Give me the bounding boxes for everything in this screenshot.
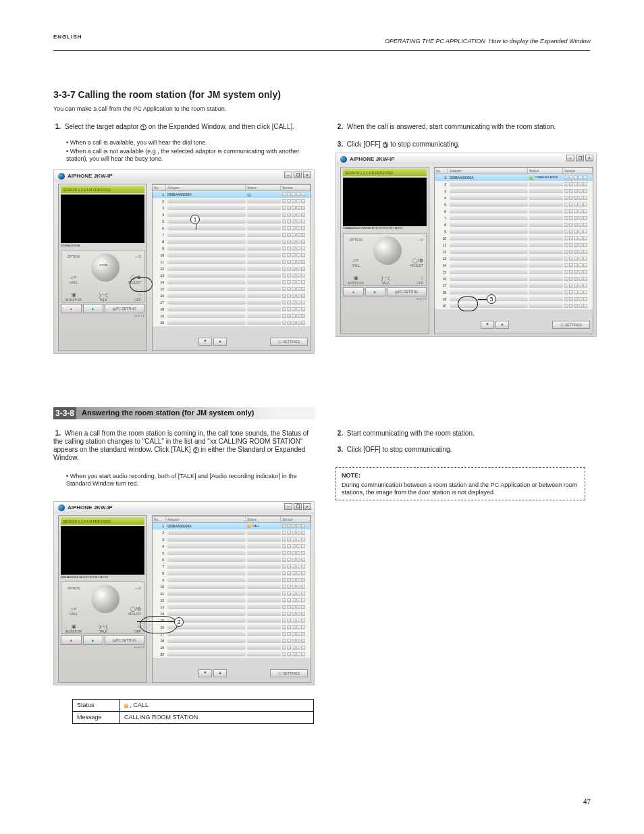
list-row[interactable]: 6 bbox=[153, 225, 311, 232]
monitor-button[interactable]: ▣MONITOR bbox=[64, 624, 83, 633]
close-icon[interactable]: × bbox=[303, 172, 311, 178]
list-row[interactable]: 12 bbox=[153, 265, 311, 272]
monitor-button[interactable]: ▣MONITOR bbox=[64, 292, 83, 302]
list-row[interactable]: 16 bbox=[435, 276, 593, 282]
list-row[interactable]: 6 bbox=[435, 208, 593, 215]
record-button[interactable]: ● bbox=[343, 287, 364, 296]
off-button[interactable]: ○OFF bbox=[407, 276, 423, 285]
list-row[interactable]: 20 bbox=[153, 319, 311, 326]
close-icon[interactable]: × bbox=[303, 503, 311, 510]
list-row[interactable]: 18 bbox=[153, 637, 311, 644]
restore-icon[interactable]: ❐ bbox=[294, 503, 302, 510]
list-row[interactable]: 8 bbox=[153, 238, 311, 245]
list-row[interactable]: 10 bbox=[153, 252, 311, 259]
list-row[interactable]: 11 bbox=[153, 259, 311, 265]
list-row[interactable]: 14 bbox=[153, 279, 311, 286]
list-row[interactable]: 5 bbox=[435, 201, 593, 208]
settings-button[interactable]: ⓘ SETTINGS bbox=[552, 321, 590, 329]
play-button[interactable]: ▶ bbox=[83, 635, 104, 645]
list-row[interactable]: 13 bbox=[435, 255, 593, 262]
list-row[interactable]: 8 bbox=[153, 570, 311, 577]
restore-icon[interactable]: ❐ bbox=[294, 172, 302, 178]
talk-button[interactable]: )·−·(TALK bbox=[94, 624, 113, 633]
list-row[interactable]: 18 bbox=[435, 289, 593, 296]
list-row[interactable]: 11 bbox=[435, 242, 593, 249]
pc-setting-button[interactable]: ▤ PC SETTING bbox=[105, 635, 144, 645]
page-down-button[interactable]: ▼ bbox=[198, 338, 212, 346]
close-icon[interactable]: × bbox=[585, 155, 593, 161]
list-row[interactable]: 3 bbox=[153, 536, 311, 543]
list-row-selected[interactable]: 1 000BAA06000A CALL bbox=[153, 523, 311, 529]
call-button[interactable]: ⌂≡CALL bbox=[64, 275, 83, 284]
list-row[interactable]: 18 bbox=[153, 306, 311, 313]
page-up-button[interactable]: ▲ bbox=[213, 338, 227, 346]
zoom-dial[interactable] bbox=[373, 236, 402, 265]
list-row[interactable]: 4 bbox=[153, 211, 311, 218]
list-row[interactable]: 19 bbox=[153, 313, 311, 319]
list-row[interactable]: 11 bbox=[153, 590, 311, 597]
list-row[interactable]: 8 bbox=[435, 221, 593, 228]
list-row[interactable]: 14 bbox=[435, 262, 593, 269]
list-row[interactable]: 13 bbox=[153, 604, 311, 610]
option-button[interactable]: OPTION bbox=[346, 238, 365, 242]
list-row[interactable]: 3 bbox=[435, 188, 593, 194]
list-row[interactable]: 17 bbox=[435, 282, 593, 289]
pc-setting-button[interactable]: ▤ PC SETTING bbox=[387, 287, 427, 296]
list-row[interactable]: 4 bbox=[153, 543, 311, 550]
record-button[interactable]: ● bbox=[61, 304, 82, 313]
page-up-button[interactable]: ▲ bbox=[213, 669, 227, 677]
key-icon[interactable]: ⟜O bbox=[407, 238, 423, 242]
list-row[interactable]: 7 bbox=[153, 563, 311, 570]
call-button[interactable]: ⌂≡CALL bbox=[64, 606, 83, 616]
list-row[interactable]: 9 bbox=[153, 245, 311, 252]
list-row[interactable]: 2 bbox=[153, 529, 311, 536]
option-button[interactable]: OPTION bbox=[64, 255, 83, 259]
play-button[interactable]: ▶ bbox=[83, 304, 104, 313]
list-row-selected[interactable]: 1 000BAA06000A COMMUNICATION bbox=[435, 174, 593, 181]
list-row[interactable]: 17 bbox=[153, 631, 311, 637]
list-row[interactable]: 12 bbox=[153, 597, 311, 604]
min-icon[interactable]: – bbox=[566, 155, 574, 161]
list-row[interactable]: 7 bbox=[435, 215, 593, 221]
list-row[interactable]: 16 bbox=[153, 292, 311, 299]
list-row[interactable]: 9 bbox=[435, 228, 593, 235]
key-icon[interactable]: ⟜O bbox=[125, 255, 141, 259]
list-row[interactable]: 17 bbox=[153, 299, 311, 306]
min-icon[interactable]: – bbox=[284, 172, 292, 178]
settings-button[interactable]: ⓘ SETTINGS bbox=[270, 338, 308, 346]
call-button[interactable]: ⌂≡CALL bbox=[346, 258, 365, 267]
list-row[interactable]: 2 bbox=[153, 198, 311, 205]
key-icon[interactable]: ⟜O bbox=[125, 586, 141, 590]
talk-button[interactable]: )·−·(TALK bbox=[376, 276, 395, 285]
page-down-button[interactable]: ▼ bbox=[481, 321, 494, 329]
zoom-dial[interactable] bbox=[91, 253, 119, 282]
monitor-button[interactable]: ▣MONITOR bbox=[346, 276, 365, 285]
list-row[interactable]: 19 bbox=[153, 644, 311, 651]
list-row[interactable]: 7 bbox=[153, 232, 311, 238]
list-row[interactable]: 10 bbox=[153, 583, 311, 590]
talk-button[interactable]: )·−·(TALK bbox=[94, 292, 113, 302]
list-row[interactable]: 13 bbox=[153, 272, 311, 279]
adjust-button[interactable]: ◯/✿ADJUST bbox=[122, 606, 141, 616]
list-row[interactable]: 14 bbox=[153, 610, 311, 617]
list-row[interactable]: 2 bbox=[435, 181, 593, 188]
page-up-button[interactable]: ▲ bbox=[495, 321, 509, 329]
play-button[interactable]: ▶ bbox=[365, 287, 386, 296]
list-row[interactable]: 5 bbox=[153, 218, 311, 225]
option-button[interactable]: OPTION bbox=[64, 586, 83, 590]
min-icon[interactable]: – bbox=[284, 503, 292, 510]
off-button[interactable]: ○OFF bbox=[125, 624, 141, 633]
list-row[interactable]: 12 bbox=[435, 249, 593, 255]
list-row[interactable]: 4 bbox=[435, 194, 593, 201]
list-row[interactable]: 15 bbox=[435, 269, 593, 276]
adjust-button[interactable]: ◯/✿ADJUST bbox=[404, 258, 423, 267]
page-down-button[interactable]: ▼ bbox=[198, 669, 212, 677]
zoom-dial[interactable] bbox=[91, 585, 119, 613]
list-row[interactable]: 3 bbox=[153, 205, 311, 211]
off-button[interactable]: ○OFF bbox=[125, 292, 141, 302]
list-row[interactable]: 20 bbox=[153, 651, 311, 658]
list-row[interactable]: 10 bbox=[435, 235, 593, 242]
list-row-selected[interactable]: 1 000BAA06000A bbox=[153, 191, 311, 198]
settings-button[interactable]: ⓘ SETTINGS bbox=[270, 669, 308, 677]
list-row[interactable]: 15 bbox=[153, 286, 311, 292]
